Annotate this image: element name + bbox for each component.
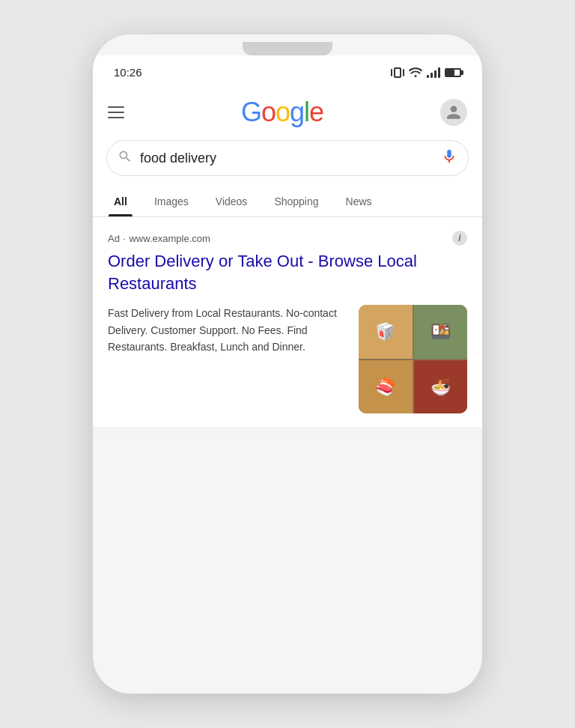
signal-icon <box>427 67 441 78</box>
mic-icon[interactable] <box>441 148 457 168</box>
tab-videos[interactable]: Videos <box>202 186 261 216</box>
logo-letter-o2: o <box>276 97 290 128</box>
ad-meta-row: Ad · www.example.com i <box>108 231 467 246</box>
logo-letter-e: e <box>309 97 323 128</box>
results-area: Ad · www.example.com i Order Delivery or… <box>93 217 482 427</box>
ad-label: Ad <box>108 233 120 244</box>
search-tabs: All Images Videos Shopping News <box>93 186 482 217</box>
food-image-grid: 🥡 🍱 🍣 🍜 <box>359 305 467 413</box>
logo-letter-l: l <box>304 97 309 128</box>
food-cell-2: 🍱 <box>414 305 468 359</box>
logo-letter-g: G <box>241 97 261 128</box>
food-cell-4: 🍜 <box>414 360 468 414</box>
wifi-icon <box>409 67 422 78</box>
food-cell-1: 🥡 <box>359 305 413 359</box>
tab-all[interactable]: All <box>100 186 141 216</box>
status-icons <box>391 67 462 78</box>
ad-source: Ad · www.example.com <box>108 231 210 245</box>
logo-letter-g2: g <box>290 97 304 128</box>
ad-description: Fast Delivery from Local Restaurants. No… <box>108 305 347 355</box>
hamburger-menu-icon[interactable] <box>108 106 124 118</box>
food-cell-3: 🍣 <box>359 360 413 414</box>
ad-info-button[interactable]: i <box>452 231 467 246</box>
google-logo: G o o g l e <box>241 97 323 128</box>
status-time: 10:26 <box>114 66 142 79</box>
phone-frame: 10:26 <box>93 34 482 694</box>
ad-url: www.example.com <box>129 233 210 244</box>
ad-image: 🥡 🍱 🍣 🍜 <box>359 305 467 413</box>
content-divider <box>93 427 482 433</box>
tab-shopping[interactable]: Shopping <box>261 186 332 216</box>
person-icon <box>445 104 462 121</box>
search-bar-wrapper: food delivery <box>93 137 482 186</box>
tab-news[interactable]: News <box>332 186 386 216</box>
vibrate-icon <box>391 67 404 78</box>
search-bar[interactable]: food delivery <box>106 140 469 176</box>
search-query-text: food delivery <box>140 151 433 166</box>
search-icon <box>118 149 133 167</box>
google-header: G o o g l e <box>93 85 482 137</box>
avatar-button[interactable] <box>440 99 467 126</box>
ad-content-row: Fast Delivery from Local Restaurants. No… <box>108 305 467 413</box>
status-bar: 10:26 <box>93 55 482 85</box>
ad-title[interactable]: Order Delivery or Take Out - Browse Loca… <box>108 250 467 294</box>
ad-separator: · <box>123 233 126 244</box>
logo-letter-o1: o <box>261 97 276 128</box>
google-app: G o o g l e food delivery <box>93 85 482 433</box>
battery-icon <box>445 68 461 77</box>
svg-point-0 <box>414 75 416 77</box>
tab-images[interactable]: Images <box>141 186 202 216</box>
phone-notch <box>243 42 332 55</box>
